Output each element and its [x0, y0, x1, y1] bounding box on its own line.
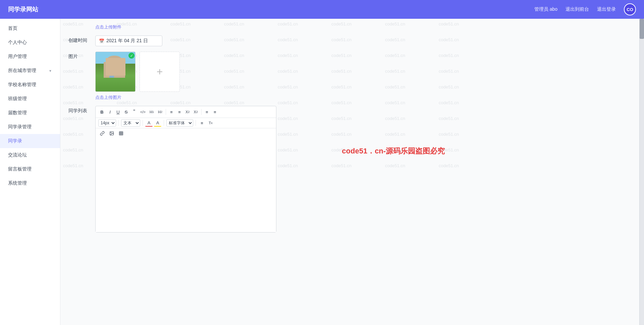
- attachment-row: 点击上传附件: [95, 24, 636, 31]
- align-center-button[interactable]: ≡: [176, 108, 183, 116]
- plus-icon: +: [157, 66, 163, 78]
- toolbar-sep-6: [196, 120, 196, 126]
- rich-text-editor: B I U S " </> H1 H2 ≡ ≡ X2 X2: [95, 106, 276, 233]
- image-field: ✓ + 点击上传图片: [95, 52, 636, 101]
- editor-toolbar-row3: [96, 128, 276, 138]
- chevron-down-icon: ▼: [49, 69, 52, 73]
- italic-button[interactable]: I: [106, 108, 114, 116]
- sidebar-item-year[interactable]: 届数管理: [0, 106, 60, 120]
- header-right: 管理员 abo 退出到前台 退出登录 CO: [534, 3, 636, 15]
- date-value: 2021 年 04 月 21 日: [106, 38, 148, 44]
- bold-button[interactable]: B: [98, 108, 106, 116]
- clear-format-button[interactable]: Tx: [207, 119, 214, 127]
- sidebar-item-forum[interactable]: 交流论坛: [0, 148, 60, 162]
- font-name-select[interactable]: 标准字体 宋体 微软雅黑: [166, 119, 193, 127]
- form-area: 点击上传附件 创建时间 📅 2021 年 04 月 21 日 图片: [68, 24, 636, 233]
- editor-content[interactable]: [96, 138, 276, 232]
- toolbar-sep-3: [118, 120, 119, 126]
- upload-attachment-link[interactable]: 点击上传附件: [95, 24, 121, 30]
- font-size-select[interactable]: 14px 12px 16px 18px: [98, 119, 116, 127]
- date-field: 📅 2021 年 04 月 21 日: [95, 36, 636, 46]
- image-label: 图片: [68, 52, 95, 60]
- sidebar-item-city[interactable]: 所在城市管理 ▼: [0, 64, 60, 78]
- add-image-button[interactable]: +: [140, 52, 180, 92]
- scrollbar-thumb[interactable]: [640, 19, 644, 39]
- insert-image-button[interactable]: [108, 130, 116, 137]
- sidebar-item-profile[interactable]: 个人中心: [0, 36, 60, 50]
- date-input[interactable]: 📅 2021 年 04 月 21 日: [95, 36, 162, 46]
- indent-button[interactable]: ≡: [203, 108, 211, 116]
- toolbar-sep-5: [164, 120, 164, 126]
- date-label: 创建时间: [68, 36, 95, 44]
- insert-table-button[interactable]: [117, 130, 125, 137]
- main-content: code51.cn code51.cn code51.cn code51.cn …: [60, 19, 644, 325]
- h2-button[interactable]: H2: [156, 108, 164, 116]
- insert-link-button[interactable]: [98, 130, 106, 137]
- toolbar-separator: [166, 109, 166, 115]
- image-row: 图片: [68, 52, 636, 101]
- admin-label: 管理员 abo: [534, 6, 557, 12]
- logout-link[interactable]: 退出登录: [597, 6, 616, 12]
- sidebar-item-yearbook-mgmt[interactable]: 同学录管理: [0, 120, 60, 134]
- editor-field: B I U S " </> H1 H2 ≡ ≡ X2 X2: [95, 106, 636, 233]
- sidebar-item-system[interactable]: 系统管理: [0, 176, 60, 190]
- underline-button[interactable]: U: [114, 108, 122, 116]
- sidebar: 首页 个人中心 用户管理 所在城市管理 ▼ 学校名称管理 班级管理 届数管理 同…: [0, 19, 60, 325]
- image-thumbnail[interactable]: ✓: [95, 52, 136, 92]
- layout: 首页 个人中心 用户管理 所在城市管理 ▼ 学校名称管理 班级管理 届数管理 同…: [0, 19, 644, 325]
- back-to-frontend-link[interactable]: 退出到前台: [566, 6, 589, 12]
- image-check-icon: ✓: [128, 53, 135, 59]
- classmates-label: 同学列表: [68, 106, 95, 114]
- font-color-button[interactable]: A: [145, 119, 153, 127]
- calendar-icon: 📅: [99, 39, 104, 44]
- site-logo: 同学录网站: [8, 5, 38, 13]
- h1-button[interactable]: H1: [148, 108, 156, 116]
- sidebar-item-yearbook[interactable]: 同学录: [0, 134, 60, 148]
- justify-button[interactable]: ≡: [198, 119, 206, 127]
- align-left-button[interactable]: ≡: [168, 108, 175, 116]
- sidebar-item-users[interactable]: 用户管理: [0, 50, 60, 64]
- scrollbar[interactable]: [639, 19, 644, 325]
- toolbar-separator-2: [201, 109, 202, 115]
- strikethrough-button[interactable]: S: [122, 108, 130, 116]
- upload-image-link[interactable]: 点击上传图片: [95, 95, 121, 100]
- code-button[interactable]: </>: [139, 108, 147, 116]
- bg-color-button[interactable]: A: [154, 119, 161, 127]
- sidebar-item-class[interactable]: 班级管理: [0, 92, 60, 106]
- classmates-row: 同学列表 B I U S " </> H1 H2: [68, 106, 636, 233]
- text-type-select[interactable]: 文本 标题1 标题2: [121, 119, 140, 127]
- superscript-button[interactable]: X2: [192, 108, 199, 116]
- subscript-button[interactable]: X2: [184, 108, 191, 116]
- svg-point-1: [111, 132, 111, 133]
- sidebar-item-school[interactable]: 学校名称管理: [0, 78, 60, 92]
- sidebar-item-guestbook[interactable]: 留言板管理: [0, 162, 60, 176]
- toolbar-sep-4: [143, 120, 143, 126]
- avatar[interactable]: CO: [624, 3, 636, 15]
- sidebar-item-home[interactable]: 首页: [0, 21, 60, 36]
- image-upload-area: ✓ +: [95, 52, 636, 92]
- header: 同学录网站 管理员 abo 退出到前台 退出登录 CO: [0, 0, 644, 19]
- editor-toolbar-row2: 14px 12px 16px 18px 文本 标题1 标题2: [96, 118, 276, 128]
- quote-button[interactable]: ": [130, 108, 138, 116]
- svg-rect-2: [119, 132, 123, 135]
- date-row: 创建时间 📅 2021 年 04 月 21 日: [68, 36, 636, 46]
- outdent-button[interactable]: ≡: [211, 108, 219, 116]
- editor-toolbar-row1: B I U S " </> H1 H2 ≡ ≡ X2 X2: [96, 106, 276, 118]
